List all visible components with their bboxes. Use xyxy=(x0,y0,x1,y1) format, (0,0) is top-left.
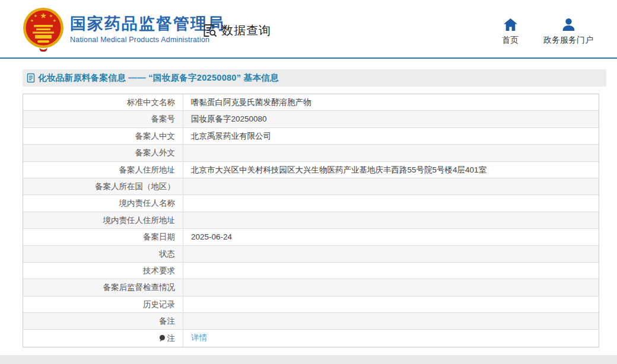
row-value: 北京禹景药业有限公司 xyxy=(183,128,599,144)
row-label: 备案号 xyxy=(23,111,183,127)
row-value xyxy=(183,178,599,194)
top-nav: 首页 政务服务门户 xyxy=(502,18,593,46)
table-row: 备案人所在国（地区） xyxy=(23,178,599,195)
svg-text:★: ★ xyxy=(40,11,47,20)
china-national-emblem-icon: ★ ★ ★ ★ ★ xyxy=(23,7,64,52)
table-row: 备注 xyxy=(23,313,599,330)
row-value xyxy=(183,195,599,211)
home-icon xyxy=(503,18,518,31)
svg-text:★: ★ xyxy=(30,18,34,23)
row-label: 境内责任人名称 xyxy=(23,195,183,211)
data-query-label: 数据查询 xyxy=(221,23,271,39)
row-value xyxy=(183,246,599,262)
user-icon xyxy=(561,18,576,31)
row-label: 备案后监督检查情况 xyxy=(23,279,183,295)
table-row: 历史记录 xyxy=(23,296,599,313)
row-label: 备案人所在国（地区） xyxy=(23,178,183,194)
nav-portal-label: 政务服务门户 xyxy=(543,35,593,46)
nav-portal[interactable]: 政务服务门户 xyxy=(543,18,593,46)
page-title: 化妆品新原料备案信息 —— “国妆原备字20250080” 基本信息 xyxy=(38,72,279,84)
svg-text:★: ★ xyxy=(34,14,37,18)
site-header: ★ ★ ★ ★ ★ 国家药品监督管理局 National Medical Pro… xyxy=(0,0,617,58)
table-row: 备案人住所地址 北京市大兴区中关村科技园区大兴生物医药产业基地庆丰西路55号院5… xyxy=(23,162,599,178)
row-label: 备案人外文 xyxy=(23,145,183,161)
data-query-nav[interactable]: 数据查询 xyxy=(202,23,271,39)
row-label: 备案人中文 xyxy=(23,128,183,144)
footer-strip xyxy=(0,355,617,364)
nav-home[interactable]: 首页 xyxy=(502,18,519,46)
row-value: 嗜黏蛋白阿克曼氏菌发酵溶胞产物 xyxy=(183,94,599,110)
row-value xyxy=(183,296,599,312)
table-row: 备案日期 2025-06-24 xyxy=(23,229,599,245)
row-value xyxy=(183,279,599,295)
document-icon xyxy=(26,73,36,83)
document-search-icon xyxy=(202,23,218,39)
row-label: 备注 xyxy=(23,313,183,329)
table-row: 境内责任人名称 xyxy=(23,195,599,212)
nav-home-label: 首页 xyxy=(502,35,519,46)
row-label: 历史记录 xyxy=(23,296,183,312)
filing-info-table: 标准中文名称 嗜黏蛋白阿克曼氏菌发酵溶胞产物 备案号 国妆原备字20250080… xyxy=(23,94,599,347)
row-label: 备案日期 xyxy=(23,229,183,245)
table-row: 备案人中文 北京禹景药业有限公司 xyxy=(23,128,599,145)
row-value xyxy=(183,145,599,161)
row-label: 状态 xyxy=(23,246,183,262)
header-divider xyxy=(0,58,617,59)
details-link[interactable]: 详情 xyxy=(191,333,207,342)
row-label: 技术要求 xyxy=(23,263,183,279)
row-value: 北京市大兴区中关村科技园区大兴生物医药产业基地庆丰西路55号院5号楼4层401室 xyxy=(183,162,599,178)
row-value: 详情 xyxy=(183,330,599,346)
row-label: 注 xyxy=(23,330,183,346)
table-row: 备案号 国妆原备字20250080 xyxy=(23,111,599,127)
page-title-bar: 化妆品新原料备案信息 —— “国妆原备字20250080” 基本信息 xyxy=(23,69,606,87)
table-row: 境内责任人住所地址 xyxy=(23,212,599,229)
row-label: 境内责任人住所地址 xyxy=(23,212,183,228)
table-row: 备案后监督检查情况 xyxy=(23,279,599,296)
row-label: 标准中文名称 xyxy=(23,94,183,110)
row-label-text: 注 xyxy=(167,330,176,346)
row-value xyxy=(183,212,599,228)
row-value xyxy=(183,263,599,279)
table-row: 技术要求 xyxy=(23,263,599,279)
table-row: 状态 xyxy=(23,246,599,263)
svg-text:★: ★ xyxy=(53,18,56,23)
row-value: 2025-06-24 xyxy=(183,229,599,245)
row-value xyxy=(183,313,599,329)
row-value: 国妆原备字20250080 xyxy=(183,111,599,127)
svg-text:★: ★ xyxy=(49,14,53,18)
table-row: 备案人外文 xyxy=(23,145,599,161)
table-row: 注 详情 xyxy=(23,330,599,346)
nmpa-logo[interactable]: ★ ★ ★ ★ ★ 国家药品监督管理局 National Medical Pro… xyxy=(23,7,225,52)
table-row: 标准中文名称 嗜黏蛋白阿克曼氏菌发酵溶胞产物 xyxy=(23,94,599,111)
note-icon xyxy=(158,334,166,343)
row-label: 备案人住所地址 xyxy=(23,162,183,178)
